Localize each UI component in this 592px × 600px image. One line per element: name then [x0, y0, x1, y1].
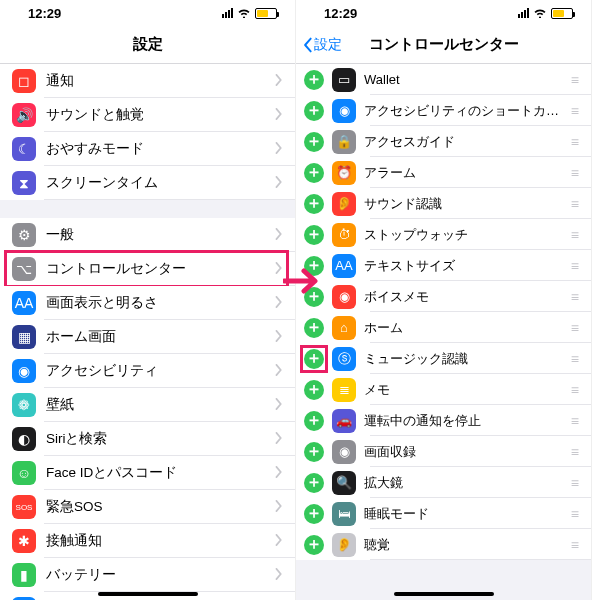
grip-icon[interactable]: ≡ — [571, 475, 579, 491]
grip-icon[interactable]: ≡ — [571, 382, 579, 398]
grip-icon[interactable]: ≡ — [571, 72, 579, 88]
wifi-icon — [237, 6, 251, 21]
chevron-right-icon — [275, 362, 283, 380]
row-label: サウンド認識 — [364, 195, 571, 213]
grip-icon[interactable]: ≡ — [571, 537, 579, 553]
settings-row[interactable]: ⧗スクリーンタイム — [0, 166, 295, 200]
control-center-row[interactable]: ＋⏰アラーム≡ — [296, 157, 591, 188]
control-center-row[interactable]: ＋⌂ホーム≡ — [296, 312, 591, 343]
grip-icon[interactable]: ≡ — [571, 196, 579, 212]
home-indicator[interactable] — [98, 592, 198, 596]
grip-icon[interactable]: ≡ — [571, 103, 579, 119]
control-center-row[interactable]: ＋👂聴覚≡ — [296, 529, 591, 560]
grip-icon[interactable]: ≡ — [571, 506, 579, 522]
row-label: コントロールセンター — [46, 260, 275, 278]
row-label: 壁紙 — [46, 396, 275, 414]
row-label: アクセスガイド — [364, 133, 571, 151]
row-label: 運転中の通知を停止 — [364, 412, 571, 430]
settings-row[interactable]: ☾おやすみモード — [0, 132, 295, 166]
home-indicator[interactable] — [394, 592, 494, 596]
wallet-icon: ▭ — [332, 68, 356, 92]
control-center-row[interactable]: ＋AAテキストサイズ≡ — [296, 250, 591, 281]
back-button[interactable]: 設定 — [302, 26, 342, 63]
status-right — [518, 6, 573, 21]
exposure-icon: ✱ — [12, 529, 36, 553]
settings-row[interactable]: ◻︎通知 — [0, 64, 295, 98]
speaker-icon: 🔊 — [12, 103, 36, 127]
control-center-row[interactable]: ＋◉アクセシビリティのショートカット≡ — [296, 95, 591, 126]
add-button[interactable]: ＋ — [304, 101, 324, 121]
settings-row[interactable]: ◉アクセシビリティ — [0, 354, 295, 388]
control-center-row[interactable]: ＋🛏睡眠モード≡ — [296, 498, 591, 529]
add-button[interactable]: ＋ — [304, 194, 324, 214]
row-label: バッテリー — [46, 566, 275, 584]
settings-row[interactable]: 🔊サウンドと触覚 — [0, 98, 295, 132]
battery-icon — [255, 8, 277, 19]
add-button[interactable]: ＋ — [304, 504, 324, 524]
grip-icon[interactable]: ≡ — [571, 165, 579, 181]
hourglass-icon: ⧗ — [12, 171, 36, 195]
add-button[interactable]: ＋ — [304, 225, 324, 245]
control-center-row[interactable]: ＋ⓢミュージック認識≡ — [296, 343, 591, 374]
shazam-icon: ⓢ — [332, 347, 356, 371]
settings-row[interactable]: SOS緊急SOS — [0, 490, 295, 524]
row-label: 通知 — [46, 72, 275, 90]
settings-row[interactable]: ◐Siriと検索 — [0, 422, 295, 456]
magnifier-icon: 🔍 — [332, 471, 356, 495]
control-center-row[interactable]: ＋🔍拡大鏡≡ — [296, 467, 591, 498]
settings-row[interactable]: ☺︎Face IDとパスコード — [0, 456, 295, 490]
settings-row[interactable]: ▦ホーム画面 — [0, 320, 295, 354]
control-center-row[interactable]: ＋≣メモ≡ — [296, 374, 591, 405]
add-button[interactable]: ＋ — [304, 473, 324, 493]
accessibility-icon: ◉ — [12, 359, 36, 383]
grip-icon[interactable]: ≡ — [571, 351, 579, 367]
chevron-right-icon — [275, 72, 283, 90]
add-button[interactable]: ＋ — [304, 380, 324, 400]
grip-icon[interactable]: ≡ — [571, 444, 579, 460]
settings-row[interactable]: ▮バッテリー — [0, 558, 295, 592]
settings-row[interactable]: ❁壁紙 — [0, 388, 295, 422]
add-button[interactable]: ＋ — [304, 163, 324, 183]
control-center-row[interactable]: ＋◉ボイスメモ≡ — [296, 281, 591, 312]
add-button[interactable]: ＋ — [304, 256, 324, 276]
control-center-row[interactable]: ＋⏱ストップウォッチ≡ — [296, 219, 591, 250]
settings-row[interactable]: ⌥コントロールセンター — [0, 252, 295, 286]
row-label: テキストサイズ — [364, 257, 571, 275]
control-center-row[interactable]: ＋👂サウンド認識≡ — [296, 188, 591, 219]
bell-icon: ◻︎ — [12, 69, 36, 93]
add-button[interactable]: ＋ — [304, 287, 324, 307]
add-button[interactable]: ＋ — [304, 442, 324, 462]
grip-icon[interactable]: ≡ — [571, 413, 579, 429]
nav-bar: 設定 コントロールセンター — [296, 26, 591, 64]
add-button[interactable]: ＋ — [304, 535, 324, 555]
settings-row[interactable]: AA画面表示と明るさ — [0, 286, 295, 320]
grip-icon[interactable]: ≡ — [571, 258, 579, 274]
row-label: スクリーンタイム — [46, 174, 275, 192]
control-center-row[interactable]: ＋◉画面収録≡ — [296, 436, 591, 467]
page-title: 設定 — [133, 35, 163, 54]
grip-icon[interactable]: ≡ — [571, 227, 579, 243]
add-button[interactable]: ＋ — [304, 411, 324, 431]
chevron-right-icon — [275, 498, 283, 516]
grip-icon[interactable]: ≡ — [571, 289, 579, 305]
voice-memo-icon: ◉ — [332, 285, 356, 309]
control-center-row[interactable]: ＋🔒アクセスガイド≡ — [296, 126, 591, 157]
status-right — [222, 6, 277, 21]
right-phone: 12:29 設定 コントロールセンター ＋▭Wallet≡＋◉アクセシビリティの… — [296, 0, 592, 600]
grip-icon[interactable]: ≡ — [571, 320, 579, 336]
add-button[interactable]: ＋ — [304, 132, 324, 152]
settings-row[interactable]: ✱接触通知 — [0, 524, 295, 558]
add-button[interactable]: ＋ — [304, 70, 324, 90]
control-center-row[interactable]: ＋🚗運転中の通知を停止≡ — [296, 405, 591, 436]
signal-icon — [222, 8, 233, 18]
grip-icon[interactable]: ≡ — [571, 134, 579, 150]
left-phone: 12:29 設定 ◻︎通知🔊サウンドと触覚☾おやすみモード⧗スクリーンタイム⚙︎… — [0, 0, 296, 600]
add-button[interactable]: ＋ — [304, 349, 324, 369]
control-center-row[interactable]: ＋▭Wallet≡ — [296, 64, 591, 95]
row-label: 睡眠モード — [364, 505, 571, 523]
settings-row[interactable]: ⚙︎一般 — [0, 218, 295, 252]
add-button[interactable]: ＋ — [304, 318, 324, 338]
siri-icon: ◐ — [12, 427, 36, 451]
notes-icon: ≣ — [332, 378, 356, 402]
record-icon: ◉ — [332, 440, 356, 464]
